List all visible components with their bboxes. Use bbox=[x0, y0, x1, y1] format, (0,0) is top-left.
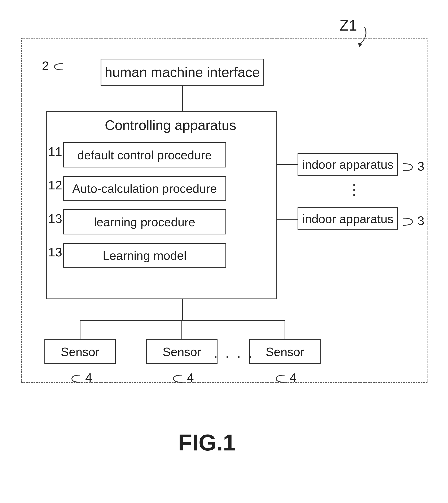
dots-vertical: ⋮ bbox=[347, 182, 362, 197]
proc-box-2: Auto-calculation procedure bbox=[63, 176, 226, 201]
sensor-left-bracket-icon bbox=[70, 374, 82, 383]
line-drop-left bbox=[80, 320, 81, 339]
sensor-label-left: Sensor bbox=[61, 345, 99, 359]
ctrl-box bbox=[46, 111, 277, 299]
proc-box-3: learning procedure bbox=[63, 209, 226, 235]
indoor-num-1: 3 bbox=[402, 159, 424, 173]
line-hmi-to-ctrl bbox=[182, 86, 183, 111]
sensor-label-mid: Sensor bbox=[163, 345, 201, 359]
line-main-down bbox=[182, 299, 183, 320]
sensor-box-right: Sensor bbox=[249, 339, 321, 364]
sensor-num-mid: 4 bbox=[172, 371, 194, 385]
hmi-label: human machine interface bbox=[105, 64, 260, 80]
hmi-box: human machine interface bbox=[100, 59, 264, 86]
proc-label-4: Learning model bbox=[103, 249, 186, 263]
proc-box-1: default control procedure bbox=[63, 142, 226, 167]
diagram-page: Z1 2 human machine interface 1 Controlli… bbox=[0, 0, 448, 503]
indoor2-bracket-icon bbox=[402, 217, 414, 226]
proc-label-3: learning procedure bbox=[94, 215, 195, 229]
line-drop-mid bbox=[182, 320, 182, 339]
indoor-num-2: 3 bbox=[402, 214, 424, 228]
sensor-box-left: Sensor bbox=[44, 339, 116, 364]
indoor-label-1: indoor apparatus bbox=[302, 157, 393, 172]
indoor-box-1: indoor apparatus bbox=[298, 153, 398, 176]
sensor-box-mid: Sensor bbox=[146, 339, 217, 364]
line-spread-h bbox=[80, 320, 285, 321]
line-ctrl-to-indoor-2 bbox=[277, 219, 298, 220]
sensor-num-left: 4 bbox=[70, 371, 92, 385]
ctrl-title: Controlling apparatus bbox=[105, 117, 236, 133]
proc-box-4: Learning model bbox=[63, 243, 226, 268]
sensor-mid-bracket-icon bbox=[172, 374, 183, 383]
indoor-label-2: indoor apparatus bbox=[302, 212, 393, 226]
proc-label-1: default control procedure bbox=[77, 148, 212, 162]
line-drop-right bbox=[284, 320, 285, 339]
proc-label-2: Auto-calculation procedure bbox=[72, 181, 217, 195]
fig-label: FIG.1 bbox=[178, 429, 236, 456]
sensor-right-bracket-icon bbox=[275, 374, 286, 383]
hmi-bracket-icon bbox=[52, 62, 65, 72]
line-ctrl-to-indoor-1 bbox=[277, 164, 298, 165]
sensor-label-right: Sensor bbox=[266, 345, 304, 359]
indoor1-bracket-icon bbox=[402, 163, 414, 172]
sensor-num-right: 4 bbox=[275, 371, 297, 385]
indoor-box-2: indoor apparatus bbox=[298, 207, 398, 230]
dots-sensors: · · · · bbox=[214, 347, 254, 364]
hmi-number: 2 bbox=[42, 59, 65, 73]
